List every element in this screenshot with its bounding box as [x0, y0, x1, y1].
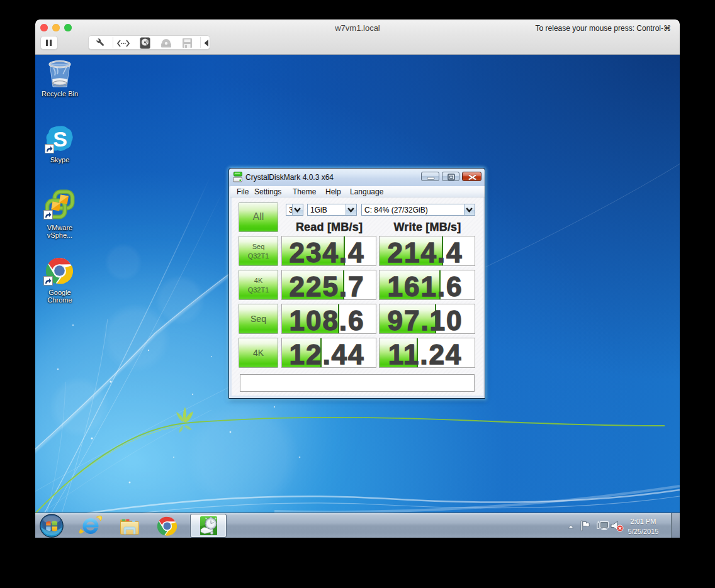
svg-text:S: S [53, 127, 67, 151]
